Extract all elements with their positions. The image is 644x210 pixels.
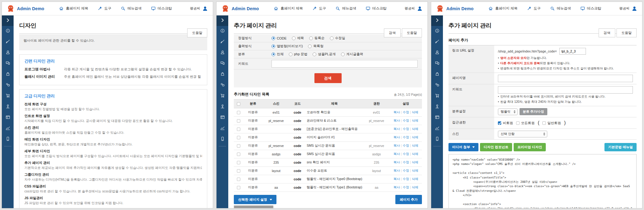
- sidebar-item-modules[interactable]: [217, 80, 228, 91]
- action-link-0[interactable]: 복사: [394, 160, 400, 164]
- brand[interactable]: Admin Demo: [221, 5, 259, 12]
- page-name-input[interactable]: [498, 75, 633, 82]
- sidebar-item-member[interactable]: [217, 102, 228, 112]
- row-checkbox[interactable]: [237, 111, 240, 114]
- nav-item-search[interactable]: 메뉴검색: [335, 6, 356, 11]
- skin-select[interactable]: 선택 안함: [498, 131, 547, 137]
- action-link-2[interactable]: 삭제: [412, 169, 418, 172]
- select-all-checkbox[interactable]: [237, 102, 240, 106]
- row-checkbox[interactable]: [237, 144, 240, 148]
- category-select[interactable]: 템플릿: [498, 108, 518, 115]
- action-link-2[interactable]: 삭제: [412, 119, 418, 122]
- code-editor[interactable]: <php name="navCode" value="01010000" /> …: [448, 154, 637, 208]
- radio-option[interactable]: php 문법: [289, 52, 307, 57]
- nav-item-home[interactable]: 홈페이지 제목: [59, 6, 88, 11]
- sidebar-item-bag[interactable]: [431, 69, 443, 80]
- action-link-0[interactable]: 복사: [394, 185, 400, 189]
- sidebar-item-cart[interactable]: [431, 91, 443, 102]
- item-title[interactable]: 그룹디자인 관리: [24, 172, 202, 177]
- row-checkbox[interactable]: [237, 186, 240, 189]
- search-button[interactable]: 검색: [314, 73, 342, 83]
- p1-tab-0[interactable]: 도움말: [187, 28, 207, 37]
- sidebar-item-brush[interactable]: [217, 37, 228, 48]
- action-link-1[interactable]: 수정: [403, 110, 409, 114]
- keyword-input[interactable]: [271, 60, 418, 68]
- bulk-menu-item[interactable]: 스킨 일괄변경: [234, 206, 273, 208]
- action-link-0[interactable]: 복사: [394, 169, 400, 172]
- row-checkbox[interactable]: [237, 119, 240, 123]
- action-link-1[interactable]: 수정: [403, 119, 409, 122]
- sidebar-item-member[interactable]: [431, 102, 443, 112]
- item-title[interactable]: JS 파일관리: [24, 196, 202, 200]
- action-link-1[interactable]: 수정: [403, 127, 409, 131]
- item-title[interactable]: 추가 페이지 관리: [24, 161, 202, 165]
- p3-tab-0[interactable]: 검색: [599, 28, 615, 37]
- action-link-2[interactable]: 삭제: [412, 177, 418, 181]
- row-checkbox[interactable]: [237, 153, 240, 156]
- action-link-0[interactable]: 복사: [394, 127, 400, 131]
- nav-item-search[interactable]: 메뉴검색: [550, 6, 571, 11]
- radio-option[interactable]: 샘플PL공개: [313, 52, 335, 57]
- action-link-2[interactable]: 삭제: [412, 110, 418, 114]
- nav-item-tool[interactable]: 도구: [312, 6, 326, 11]
- action-link-1[interactable]: 수정: [403, 135, 409, 139]
- user-menu[interactable]: 펭귄씨: [619, 6, 637, 11]
- sidebar-item-info[interactable]: [217, 26, 228, 37]
- row-checkbox[interactable]: [237, 128, 240, 131]
- access-checkbox-0[interactable]: 비회원: [498, 121, 513, 125]
- brand[interactable]: Admin Demo: [7, 5, 44, 12]
- toolbar-button-0[interactable]: 미디어 첨부: [448, 143, 478, 151]
- action-link-0[interactable]: 복사: [394, 177, 400, 181]
- action-link-0[interactable]: 복사: [394, 135, 400, 139]
- add-page-button[interactable]: 페이지 추가: [395, 195, 422, 204]
- sidebar-item-chat[interactable]: [431, 58, 443, 69]
- nav-item-tool[interactable]: 도구: [98, 6, 112, 11]
- row-checkbox[interactable]: [237, 161, 240, 164]
- radio-option[interactable]: 앨범형(미리보기): [271, 44, 303, 48]
- sidebar-item-info[interactable]: [2, 26, 14, 37]
- toolbar-button-2[interactable]: 프리미엄 디자인: [514, 143, 546, 151]
- action-link-0[interactable]: 복사: [394, 144, 400, 147]
- sidebar-item-chat[interactable]: [2, 58, 14, 69]
- radio-option[interactable]: 등록순: [309, 36, 325, 40]
- p2-tab-0[interactable]: 검색: [384, 28, 401, 37]
- sidebar-item-chart[interactable]: [217, 123, 228, 134]
- category-edit-button[interactable]: 분류 추가/수정: [520, 108, 548, 115]
- sidebar-item-cart[interactable]: [217, 91, 228, 102]
- sidebar-item-modules[interactable]: [2, 80, 14, 91]
- sidebar-item-brush[interactable]: [2, 37, 14, 48]
- brand[interactable]: Admin Demo: [436, 5, 474, 12]
- item-title[interactable]: 인트로 화면 설정: [24, 114, 202, 118]
- sidebar-item-chat[interactable]: [217, 58, 228, 69]
- item-title[interactable]: 세부 화면 디자인: [24, 149, 202, 153]
- keyword-input[interactable]: [498, 86, 633, 94]
- sidebar-item-modules[interactable]: [431, 80, 443, 91]
- bulk-action-button[interactable]: 선택한 페이지 설정: [234, 195, 276, 204]
- action-link-2[interactable]: 삭제: [412, 144, 418, 147]
- sidebar-item-chart[interactable]: [431, 123, 443, 134]
- nav-item-desktop[interactable]: 데스크탑: [580, 6, 601, 11]
- sidebar-item-chevron-right[interactable]: [217, 15, 228, 26]
- radio-option[interactable]: 게시글출력: [341, 52, 363, 57]
- action-link-1[interactable]: 수정: [403, 152, 409, 156]
- sidebar-item-chevron-right[interactable]: [2, 15, 14, 26]
- user-menu[interactable]: 펭귄씨: [190, 6, 208, 11]
- sidebar-item-cart[interactable]: [2, 91, 14, 102]
- action-link-1[interactable]: 수정: [403, 169, 409, 172]
- item-label[interactable]: 프로그램 마법사: [24, 67, 64, 72]
- nav-item-desktop[interactable]: 데스크탑: [151, 6, 172, 11]
- item-label[interactable]: 플래시 이미지 관리: [24, 74, 64, 79]
- manual-button[interactable]: 기본문법 매뉴얼: [604, 143, 637, 151]
- row-checkbox[interactable]: [237, 169, 240, 173]
- action-link-1[interactable]: 수정: [403, 177, 409, 181]
- radio-option[interactable]: 전체: [271, 52, 284, 57]
- row-checkbox[interactable]: [237, 136, 240, 139]
- action-link-2[interactable]: 삭제: [412, 185, 418, 189]
- access-checkbox-2[interactable]: 일반회원: [542, 121, 561, 125]
- nav-item-tool[interactable]: 도구: [527, 6, 541, 11]
- nav-item-home[interactable]: 홈페이지 제목: [274, 6, 303, 11]
- access-checkbox-1[interactable]: 모든회원: [516, 121, 535, 125]
- sidebar-item-brush[interactable]: [431, 37, 443, 48]
- sidebar-item-user[interactable]: [431, 48, 443, 58]
- sidebar-item-window[interactable]: [2, 112, 14, 123]
